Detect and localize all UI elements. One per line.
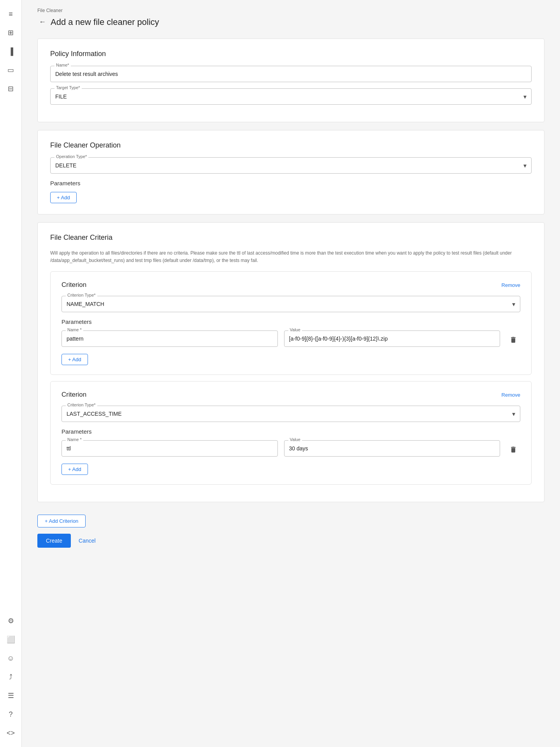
sidebar-icon-calendar[interactable]: ⊞ bbox=[3, 25, 19, 40]
target-type-label: Target Type* bbox=[54, 85, 82, 90]
file-cleaner-operation-section: File Cleaner Operation Operation Type* D… bbox=[37, 130, 544, 214]
bottom-actions: + Add Criterion bbox=[37, 508, 544, 534]
criterion-1-type-field[interactable]: Criterion Type* NAME_MATCH ▾ bbox=[61, 296, 520, 312]
sidebar-icon-folder[interactable]: ⬜ bbox=[3, 632, 19, 647]
graph-icon: ⤴ bbox=[9, 673, 12, 681]
criterion-1-param-name-field[interactable]: Name * pattern bbox=[61, 330, 278, 347]
criterion-1-title: Criterion bbox=[61, 281, 86, 289]
criterion-1-param-name-value: pattern bbox=[67, 334, 273, 343]
folder-icon: ⬜ bbox=[7, 635, 15, 644]
policy-information-section: Policy Information Name* Delete test res… bbox=[37, 39, 544, 122]
page-title-container: ← Add a new file cleaner policy bbox=[37, 16, 544, 28]
criterion-2-param-name-label: Name * bbox=[66, 437, 83, 442]
criterion-2-param-value-label: Value bbox=[288, 437, 302, 442]
file-cleaner-criteria-section: File Cleaner Criteria Will apply the ope… bbox=[37, 222, 544, 502]
policy-information-title: Policy Information bbox=[50, 50, 532, 58]
operation-type-value: DELETE bbox=[55, 161, 76, 170]
criterion-2-param-delete-button[interactable] bbox=[506, 441, 520, 458]
criterion-2-param-value-field[interactable]: Value 30 days bbox=[284, 440, 500, 457]
sidebar-icon-code[interactable]: <> bbox=[3, 725, 19, 741]
criterion-1-param-value-value: [a-f0-9]{8}-([a-f0-9]{4}-){3}[a-f0-9]{12… bbox=[289, 334, 495, 343]
add-criterion-button[interactable]: + Add Criterion bbox=[37, 515, 86, 527]
calendar-icon: ⊞ bbox=[8, 28, 14, 37]
sidebar-icon-chart[interactable]: ▐ bbox=[3, 44, 19, 59]
criterion-1-type-value: NAME_MATCH bbox=[67, 299, 104, 309]
operation-type-chevron-icon: ▾ bbox=[523, 162, 527, 169]
criterion-2-header: Criterion Remove bbox=[61, 391, 520, 399]
criterion-block-1: Criterion Remove Criterion Type* NAME_MA… bbox=[50, 271, 532, 375]
breadcrumb: File Cleaner bbox=[37, 8, 544, 13]
name-field-value: Delete test result archives bbox=[55, 69, 527, 79]
criterion-2-type-field[interactable]: Criterion Type* LAST_ACCESS_TIME ▾ bbox=[61, 406, 520, 422]
criterion-1-param-row-1: Name * pattern Value [a-f0-9]{8}-([a-f0-… bbox=[61, 330, 520, 348]
criterion-1-parameters-title: Parameters bbox=[61, 318, 520, 325]
page-title: Add a new file cleaner policy bbox=[51, 17, 159, 27]
server-icon: ⊟ bbox=[8, 84, 14, 93]
operation-add-parameter-button[interactable]: + Add bbox=[50, 192, 77, 203]
target-type-field[interactable]: Target Type* FILE ▾ bbox=[50, 88, 532, 105]
criterion-1-param-name-label: Name * bbox=[66, 327, 83, 332]
sidebar-icon-graph[interactable]: ⤴ bbox=[3, 669, 19, 685]
back-button[interactable]: ← bbox=[37, 16, 47, 28]
criterion-2-type-chevron-icon: ▾ bbox=[512, 410, 515, 418]
criterion-2-type-value: LAST_ACCESS_TIME bbox=[67, 409, 122, 418]
criterion-1-type-label: Criterion Type* bbox=[66, 293, 97, 297]
criterion-2-param-value-value: 30 days bbox=[289, 444, 495, 453]
name-field[interactable]: Name* Delete test result archives bbox=[50, 66, 532, 82]
sidebar-icon-list[interactable]: ≡ bbox=[3, 6, 19, 22]
cancel-button[interactable]: Cancel bbox=[75, 534, 99, 548]
chart-icon: ▐ bbox=[8, 47, 13, 56]
criterion-1-type-chevron-icon: ▾ bbox=[512, 301, 515, 308]
mobile-icon: ▭ bbox=[7, 66, 14, 74]
criterion-2-type-label: Criterion Type* bbox=[66, 403, 97, 407]
criterion-2-param-row-1: Name * ttl Value 30 days bbox=[61, 440, 520, 458]
target-type-value: FILE bbox=[55, 92, 67, 101]
document-icon: ☰ bbox=[8, 691, 14, 700]
settings-icon: ⚙ bbox=[8, 617, 14, 625]
operation-section-title: File Cleaner Operation bbox=[50, 141, 532, 149]
criteria-info-text: Will apply the operation to all files/di… bbox=[50, 250, 532, 264]
criterion-2-title: Criterion bbox=[61, 391, 86, 399]
create-button[interactable]: Create bbox=[37, 534, 71, 548]
criterion-2-remove-button[interactable]: Remove bbox=[502, 392, 520, 398]
target-type-chevron-icon: ▾ bbox=[523, 93, 527, 100]
sidebar-icon-document[interactable]: ☰ bbox=[3, 688, 19, 703]
criterion-2-add-parameter-button[interactable]: + Add bbox=[61, 464, 88, 475]
list-icon: ≡ bbox=[9, 10, 13, 18]
sidebar-icon-settings[interactable]: ⚙ bbox=[3, 613, 19, 629]
sidebar-icon-help[interactable]: ? bbox=[3, 707, 19, 722]
operation-type-field[interactable]: Operation Type* DELETE ▾ bbox=[50, 157, 532, 174]
criteria-section-title: File Cleaner Criteria bbox=[50, 234, 532, 242]
back-arrow-icon: ← bbox=[39, 18, 46, 26]
criterion-1-add-parameter-button[interactable]: + Add bbox=[61, 354, 88, 365]
criterion-2-parameters-title: Parameters bbox=[61, 428, 520, 435]
main-content: File Cleaner ← Add a new file cleaner po… bbox=[22, 0, 560, 747]
criterion-block-2: Criterion Remove Criterion Type* LAST_AC… bbox=[50, 381, 532, 485]
criterion-1-param-delete-button[interactable] bbox=[506, 331, 520, 348]
sidebar-icon-person[interactable]: ☺ bbox=[3, 650, 19, 666]
criterion-1-param-value-field[interactable]: Value [a-f0-9]{8}-([a-f0-9]{4}-){3}[a-f0… bbox=[284, 330, 500, 347]
sidebar-icon-mobile[interactable]: ▭ bbox=[3, 62, 19, 78]
criterion-1-header: Criterion Remove bbox=[61, 281, 520, 289]
code-icon: <> bbox=[7, 729, 15, 737]
form-actions: Create Cancel bbox=[37, 534, 544, 563]
sidebar-icon-server[interactable]: ⊟ bbox=[3, 81, 19, 97]
operation-type-label: Operation Type* bbox=[54, 154, 88, 159]
help-icon: ? bbox=[9, 710, 12, 719]
criterion-1-remove-button[interactable]: Remove bbox=[502, 282, 520, 288]
criterion-2-param-name-field[interactable]: Name * ttl bbox=[61, 440, 278, 457]
criterion-1-param-value-label: Value bbox=[288, 327, 302, 332]
operation-parameters-title: Parameters bbox=[50, 180, 532, 186]
sidebar: ≡ ⊞ ▐ ▭ ⊟ ⚙ ⬜ ☺ ⤴ ☰ ? <> bbox=[0, 0, 22, 747]
criterion-2-param-name-value: ttl bbox=[67, 444, 273, 453]
person-icon: ☺ bbox=[7, 654, 14, 663]
name-field-label: Name* bbox=[54, 63, 71, 67]
